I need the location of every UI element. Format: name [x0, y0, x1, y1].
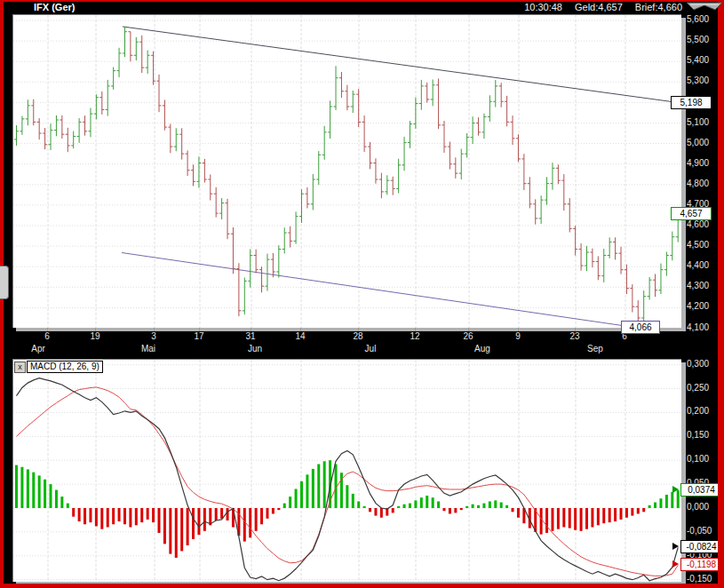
- macd-indicator-label[interactable]: MACD (12, 26, 9): [27, 361, 103, 373]
- date-axis-day-label: 12: [410, 331, 419, 341]
- date-axis-day-label: 31: [245, 331, 255, 341]
- price-axis-tick-label: 4,600: [687, 219, 709, 229]
- chart-window: IFX (Ger) 10:30:48Geld:4,657Brief:4,660 …: [0, 0, 724, 588]
- frame-border-top: [0, 0, 724, 2]
- ask-label: Brief:4,660: [635, 2, 682, 12]
- macd-axis-tick-label: 0,100: [687, 454, 709, 464]
- price-axis-tick-label: 4,400: [687, 260, 709, 270]
- splitter-handle[interactable]: [0, 266, 9, 299]
- macd-axis-tick-label: 0,250: [687, 383, 709, 393]
- date-axis-tick: [415, 328, 416, 331]
- price-axis-tick-label: 5,000: [687, 138, 709, 147]
- price-chart-panel[interactable]: [12, 14, 681, 328]
- quote-readout: 10:30:48Geld:4,657Brief:4,660: [512, 2, 682, 12]
- price-axis-tick-label: 5,400: [687, 55, 709, 65]
- date-axis-day-label: 3: [151, 331, 156, 341]
- window-grip-icon[interactable]: [686, 0, 723, 12]
- price-axis-tick-label: 4,300: [687, 281, 709, 290]
- date-axis-tick: [95, 328, 96, 331]
- histogram-value-arrow-icon: [672, 486, 682, 493]
- symbol-title: IFX (Ger): [34, 2, 75, 12]
- date-axis-month-label: Jul: [365, 344, 377, 354]
- macd-axis-tick-label: 0,000: [687, 502, 709, 512]
- frame-border-right: [718, 0, 724, 588]
- ohlc-chart: [13, 15, 681, 328]
- date-axis-day-label: 19: [90, 331, 99, 341]
- title-bar: IFX (Ger) 10:30:48Geld:4,657Brief:4,660: [4, 2, 718, 13]
- histogram-value-tag: 0,0374: [680, 483, 722, 497]
- signal-value-arrow-icon: [672, 560, 682, 568]
- close-icon[interactable]: x: [14, 362, 26, 373]
- lower-trendline-value-tag: 4,066: [621, 321, 660, 334]
- date-axis-tick: [251, 328, 251, 331]
- trendline-value-tag: 5,198: [671, 96, 712, 109]
- price-axis-tick-label: 5,600: [687, 14, 709, 24]
- date-axis-tick: [47, 328, 48, 331]
- date-axis-tick: [518, 328, 519, 331]
- date-axis-day-label: 23: [569, 331, 579, 341]
- date-axis-day-label: 26: [463, 331, 473, 341]
- last-price-tag: 4,657: [671, 207, 712, 220]
- date-axis-day-label: 17: [194, 331, 203, 341]
- date-axis-day-label: 28: [353, 331, 362, 341]
- price-axis-tick-label: 5,100: [687, 117, 709, 127]
- date-axis-tick: [358, 328, 359, 331]
- macd-axis-tick-label: 0,150: [687, 430, 709, 440]
- time-label: 10:30:48: [524, 2, 562, 12]
- date-axis-tick: [199, 328, 200, 331]
- price-axis-tick-label: 4,200: [687, 301, 709, 311]
- macd-panel[interactable]: [12, 359, 681, 582]
- date-axis-month-label: Aug: [474, 344, 490, 354]
- date-axis-tick: [300, 328, 301, 331]
- macd-axis-tick-label: -0,150: [687, 574, 712, 584]
- date-axis-tick: [468, 328, 469, 331]
- macd-axis-tick-label: 0,200: [687, 406, 709, 416]
- price-axis-tick-label: 4,100: [687, 322, 709, 332]
- signal-value-tag: -0,1198: [680, 558, 722, 571]
- macd-value-arrow-icon: [672, 543, 682, 550]
- price-axis-tick-label: 4,800: [687, 179, 709, 188]
- date-axis-day-label: 6: [44, 331, 50, 341]
- price-axis-tick-label: 4,500: [687, 240, 709, 250]
- frame-border-bottom: [0, 584, 724, 588]
- macd-axis-tick-label: 0,300: [687, 359, 709, 369]
- date-axis-day-label: 9: [515, 331, 521, 341]
- date-axis-day-label: 14: [295, 331, 305, 341]
- date-axis-month-label: Sep: [587, 344, 603, 354]
- macd-axis-tick-label: -0,050: [687, 526, 712, 536]
- date-axis-month-label: Mai: [141, 344, 155, 354]
- bid-label: Geld:4,657: [575, 2, 623, 12]
- macd-chart: [13, 360, 681, 582]
- price-axis-tick-label: 4,900: [687, 158, 709, 168]
- date-axis-month-label: Apr: [31, 344, 45, 354]
- macd-value-tag: -0,0824: [680, 540, 722, 553]
- date-axis-tick: [154, 328, 155, 331]
- date-axis-month-label: Jun: [248, 344, 262, 354]
- price-axis-tick-label: 5,300: [687, 75, 709, 85]
- price-axis-tick-label: 5,500: [687, 35, 709, 44]
- date-axis-tick: [575, 328, 576, 331]
